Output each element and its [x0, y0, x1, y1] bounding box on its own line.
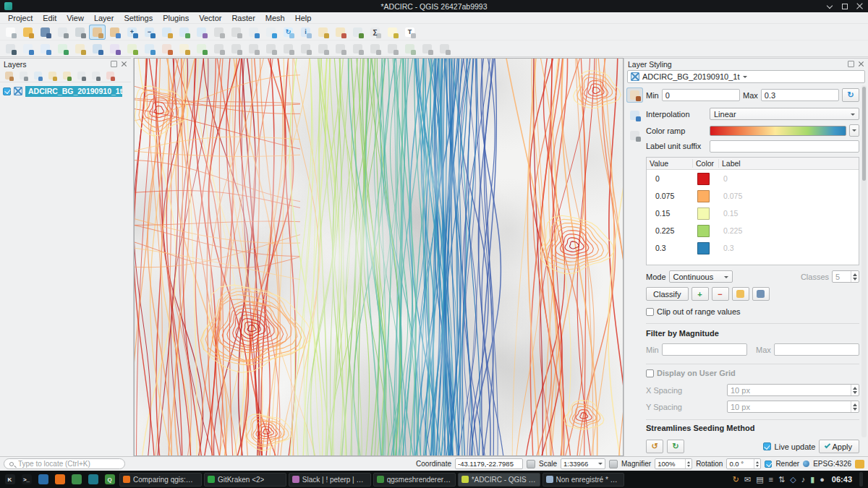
new-geopackage-icon[interactable] — [193, 41, 210, 56]
mail-icon[interactable]: ✉ — [744, 476, 751, 484]
class-color-swatch[interactable] — [697, 190, 710, 202]
measure-line-icon[interactable] — [349, 25, 366, 40]
settings-tab-icon[interactable] — [626, 108, 643, 123]
add-delimited-text-icon[interactable] — [72, 41, 88, 56]
classify-button[interactable]: Classify — [646, 287, 689, 301]
update-icon[interactable]: ↻ — [733, 476, 739, 484]
add-raster-layer-icon[interactable] — [37, 41, 54, 56]
zoom-in-icon[interactable]: + — [124, 25, 140, 40]
max-input[interactable] — [761, 89, 839, 101]
color-ramp-menu-button[interactable] — [849, 124, 859, 137]
zoom-next-icon[interactable] — [228, 25, 244, 40]
taskbar-window-qt[interactable]: qgsmeshrenderersetti... — [373, 473, 456, 487]
mode-select[interactable]: Continuous — [669, 270, 733, 283]
spinner-arrows[interactable] — [851, 271, 859, 282]
move-feature-icon[interactable] — [280, 41, 297, 56]
spinner-arrows[interactable] — [851, 401, 859, 412]
add-group-icon[interactable] — [17, 70, 30, 82]
copy-features-icon[interactable] — [332, 41, 349, 56]
menu-view[interactable]: View — [61, 12, 89, 23]
network-icon[interactable]: ⇅ — [778, 476, 785, 484]
close-panel-icon[interactable] — [121, 61, 127, 67]
identify-features-icon[interactable]: i — [297, 25, 314, 40]
menu-mesh[interactable]: Mesh — [260, 12, 290, 23]
mesh-digitizing-icon[interactable] — [401, 41, 418, 56]
open-data-source-manager-icon[interactable] — [2, 41, 19, 56]
package-icon[interactable] — [69, 472, 84, 487]
k-menu-icon[interactable]: K — [2, 472, 17, 487]
classification-row[interactable]: 0.075 0.075 — [647, 187, 859, 205]
clock[interactable]: 06:43 — [832, 475, 852, 484]
zoom-to-layer-icon[interactable] — [193, 25, 210, 40]
min-input[interactable] — [662, 89, 740, 101]
load-color-map-button[interactable] — [732, 287, 749, 301]
undock-panel-icon[interactable] — [111, 61, 117, 67]
redo-icon[interactable] — [384, 41, 401, 56]
classification-row[interactable]: 0.225 0.225 — [647, 222, 859, 239]
layer-item[interactable]: ADCIRC_BG_20190910_1t — [3, 85, 131, 97]
add-wms-icon[interactable] — [124, 41, 140, 56]
terminal-icon[interactable]: >_ — [19, 472, 34, 487]
new-map-view-icon[interactable] — [245, 25, 262, 40]
delete-selected-icon[interactable] — [297, 41, 314, 56]
live-update-checkbox[interactable] — [763, 442, 771, 450]
symbology-tab-icon[interactable] — [626, 87, 643, 103]
user-grid-checkbox[interactable] — [646, 369, 654, 377]
zoom-last-icon[interactable] — [210, 25, 227, 40]
cut-features-icon[interactable] — [315, 41, 331, 56]
input-method-icon[interactable]: ≡ — [769, 476, 773, 484]
remove-class-button[interactable]: − — [712, 287, 729, 301]
paste-features-icon[interactable] — [349, 41, 366, 56]
minimize-icon[interactable] — [825, 2, 833, 10]
maximize-icon[interactable] — [841, 2, 848, 10]
zoom-full-icon[interactable] — [158, 25, 175, 40]
close-icon[interactable] — [856, 2, 864, 10]
new-print-layout-icon[interactable] — [54, 25, 71, 40]
label-unit-suffix-input[interactable] — [710, 140, 859, 153]
statistics-icon[interactable]: ∑ — [367, 25, 383, 40]
add-vector-layer-icon[interactable] — [20, 41, 36, 56]
annotation-icon[interactable] — [384, 25, 401, 40]
taskbar-window-qgis[interactable]: *ADCIRC - QGIS 26427... — [458, 473, 540, 487]
text-annotation-icon[interactable]: T — [401, 25, 418, 40]
menu-plugins[interactable]: Plugins — [158, 12, 194, 23]
classes-spinner[interactable]: 5 — [832, 270, 859, 283]
rotation-spinner[interactable]: 0.0 ° — [726, 458, 761, 469]
add-xyz-icon[interactable] — [158, 41, 175, 56]
class-color-swatch[interactable] — [697, 173, 710, 185]
add-postgis-icon[interactable] — [89, 41, 106, 56]
pan-map-icon[interactable] — [89, 25, 106, 40]
layer-name[interactable]: ADCIRC_BG_20190910_1t — [25, 86, 122, 97]
magnifier-spinner[interactable]: 100% — [655, 458, 692, 469]
interpolation-select[interactable]: Linear — [710, 108, 859, 120]
manage-themes-icon[interactable] — [31, 70, 44, 82]
map-canvas[interactable] — [135, 59, 623, 455]
menu-project[interactable]: Project — [3, 12, 38, 23]
filter-legend-icon[interactable] — [46, 70, 59, 82]
taskbar-window-slack[interactable]: Slack | ! peterp | Lutr... — [289, 473, 371, 487]
battery-icon[interactable]: ▮ — [810, 476, 814, 484]
vertex-tool-icon[interactable] — [263, 41, 279, 56]
expand-all-icon[interactable] — [75, 70, 88, 82]
clip-out-of-range-checkbox[interactable] — [646, 308, 654, 316]
class-color-swatch[interactable] — [697, 207, 710, 220]
menu-edit[interactable]: Edit — [38, 12, 61, 23]
filter-max-input[interactable] — [774, 343, 859, 356]
render-checkbox[interactable] — [765, 461, 772, 468]
taskbar-window-gitkraken[interactable]: GitKraken <2> — [204, 473, 286, 487]
collapse-all-icon[interactable] — [89, 70, 102, 82]
add-spatialite-icon[interactable] — [106, 41, 123, 56]
lock-scale-icon[interactable] — [609, 460, 618, 468]
show-layout-manager-icon[interactable] — [72, 25, 88, 40]
pan-to-selection-icon[interactable] — [106, 25, 123, 40]
taskbar-window-libreoffice[interactable]: Non enregistré * — Sp... — [542, 473, 625, 487]
save-edits-icon[interactable] — [228, 41, 244, 56]
menu-help[interactable]: Help — [290, 12, 317, 23]
layer-visibility-checkbox[interactable] — [3, 87, 11, 95]
filter-expression-icon[interactable] — [60, 70, 73, 82]
apply-button[interactable]: Apply — [819, 440, 859, 453]
files-icon[interactable] — [35, 472, 51, 487]
open-project-icon[interactable] — [20, 25, 36, 40]
menu-raster[interactable]: Raster — [226, 12, 260, 23]
title-bar[interactable]: *ADCIRC - QGIS 26427ab9993 — [0, 0, 868, 12]
